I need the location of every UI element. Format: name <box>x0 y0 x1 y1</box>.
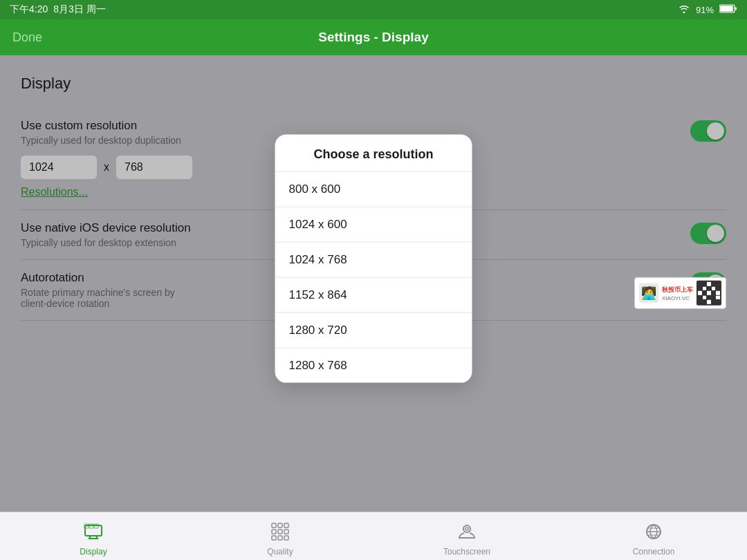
display-icon <box>84 522 103 544</box>
svg-rect-14 <box>278 536 282 540</box>
status-right: 91% <box>678 4 737 15</box>
touchscreen-icon <box>457 522 477 544</box>
tab-display-label: Display <box>80 547 107 557</box>
watermark-qr <box>697 281 721 306</box>
resolution-option-0[interactable]: 800 x 600 <box>275 172 472 207</box>
watermark-badge: 🧑‍💻 秋投币上车 XIAOYI.VC <box>634 277 726 309</box>
status-bar: 下午4:20 8月3日 周一 91% <box>0 0 747 19</box>
svg-rect-11 <box>278 530 282 534</box>
tab-quality-label: Quality <box>267 547 293 557</box>
tab-bar: Display Quality <box>0 512 747 560</box>
svg-rect-9 <box>284 523 288 528</box>
svg-rect-10 <box>272 530 276 534</box>
tab-connection-label: Connection <box>633 547 675 557</box>
resolution-picker-modal: Choose a resolution 800 x 600 1024 x 600… <box>275 135 472 383</box>
resolution-option-3[interactable]: 1152 x 864 <box>275 278 472 313</box>
svg-rect-7 <box>272 523 276 528</box>
quality-icon <box>270 522 290 544</box>
svg-rect-8 <box>278 523 282 528</box>
wifi-icon <box>678 4 690 15</box>
svg-point-17 <box>465 528 468 530</box>
watermark-avatar: 🧑‍💻 <box>639 283 658 303</box>
svg-rect-2 <box>735 8 737 10</box>
resolution-option-2[interactable]: 1024 x 768 <box>275 243 472 278</box>
tab-connection[interactable]: Connection <box>560 516 747 557</box>
tab-touchscreen-label: Touchscreen <box>443 547 490 557</box>
resolution-option-5[interactable]: 1280 x 768 <box>275 348 472 383</box>
connection-icon <box>644 522 663 544</box>
battery-icon <box>719 4 737 15</box>
tab-quality[interactable]: Quality <box>187 516 374 557</box>
svg-point-16 <box>463 525 470 532</box>
date: 8月3日 周一 <box>53 3 105 16</box>
svg-rect-13 <box>272 536 276 540</box>
modal-title: Choose a resolution <box>275 135 472 172</box>
svg-rect-15 <box>284 536 288 540</box>
svg-rect-1 <box>720 6 733 12</box>
svg-rect-12 <box>284 530 288 534</box>
time: 下午4:20 <box>10 3 48 16</box>
resolution-option-1[interactable]: 1024 x 600 <box>275 207 472 243</box>
done-button[interactable]: Done <box>12 30 42 45</box>
watermark-text: 秋投币上车 XIAOYI.VC <box>662 285 693 301</box>
nav-bar: Done Settings - Display <box>0 19 747 55</box>
resolution-option-4[interactable]: 1280 x 720 <box>275 313 472 348</box>
status-left: 下午4:20 8月3日 周一 <box>10 3 106 16</box>
tab-touchscreen[interactable]: Touchscreen <box>374 516 560 557</box>
battery-percent: 91% <box>696 5 714 15</box>
tab-display[interactable]: Display <box>0 516 187 557</box>
main-content: Display Use custom resolution Typically … <box>0 55 747 512</box>
nav-title: Settings - Display <box>318 30 428 45</box>
